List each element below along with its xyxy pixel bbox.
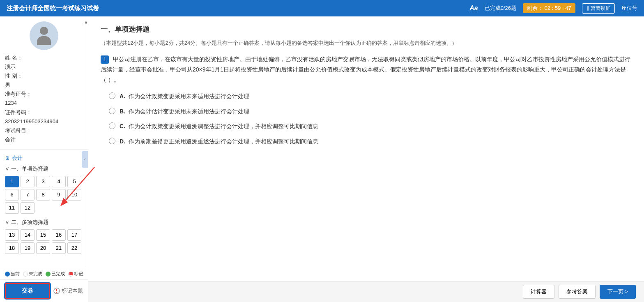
question-btn-16[interactable]: 16 <box>52 229 66 241</box>
section1-grid: 1 2 3 4 5 6 7 8 9 10 11 12 <box>0 174 88 217</box>
option-a-text: A. 作为会计政策变更采用未来适用法进行会计处理 <box>120 92 249 101</box>
question-btn-19[interactable]: 19 <box>21 242 34 254</box>
sidebar-collapse-handle[interactable]: ‹ <box>82 151 88 168</box>
section2-grid: 13 14 15 16 17 18 19 20 21 22 <box>0 228 88 257</box>
page-title: 注册会计师全国统一考试练习试卷 <box>7 5 99 12</box>
option-c-radio[interactable] <box>109 122 115 129</box>
avatar-head <box>40 27 48 35</box>
reference-button[interactable]: 参考答案 <box>559 285 596 299</box>
legend-incomplete: 未完成 <box>23 271 42 277</box>
sidebar-bottom: 交卷 标记本题 <box>0 279 88 302</box>
question-text: 1 甲公司注册在乙市，在该市有大量的投资性房地产。由于地处偏僻，乙市没有活跃的房… <box>101 54 632 85</box>
section1-title[interactable]: ∨ 一、单项选择题 <box>0 164 88 174</box>
question-btn-6[interactable]: 6 <box>5 189 19 201</box>
question-btn-9[interactable]: 9 <box>52 189 66 201</box>
option-a[interactable]: A. 作为会计政策变更采用未来适用法进行会计处理 <box>109 92 632 101</box>
option-d-radio[interactable] <box>109 138 115 144</box>
option-c[interactable]: C. 作为会计政策变更采用追溯调整法进行会计处理，并相应调整可比期间信息 <box>109 122 632 131</box>
next-button[interactable]: 下一页 > <box>600 285 636 299</box>
avatar-body <box>37 36 51 45</box>
section-desc: （本题型共12小题，每小题2分，共24分。每小题只有一个正确答案，请从每小题的备… <box>101 39 632 48</box>
question-block: 1 甲公司注册在乙市，在该市有大量的投资性房地产。由于地处偏僻，乙市没有活跃的房… <box>101 54 632 146</box>
calculator-button[interactable]: 计算器 <box>523 285 554 299</box>
question-btn-3[interactable]: 3 <box>36 176 50 187</box>
options-list: A. 作为会计政策变更采用未来适用法进行会计处理 B. 作为会计估计变更采用未来… <box>109 92 632 146</box>
question-btn-12[interactable]: 12 <box>21 202 34 214</box>
question-btn-22[interactable]: 22 <box>67 242 81 254</box>
avatar-figure <box>37 27 51 45</box>
progress-text: 已完成0/26题 <box>485 5 516 12</box>
option-c-text: C. 作为会计政策变更采用追溯调整法进行会计处理，并相应调整可比期间信息 <box>120 122 318 131</box>
question-btn-8[interactable]: 8 <box>36 189 50 201</box>
question-btn-17[interactable]: 17 <box>67 229 81 241</box>
option-b[interactable]: B. 作为会计估计变更采用未来适用法进行会计处理 <box>109 107 632 116</box>
marked-corner <box>69 272 73 275</box>
legend-complete: 已完成 <box>46 271 65 277</box>
question-btn-15[interactable]: 15 <box>36 229 50 241</box>
bottom-action-bar: 计算器 参考答案 下一页 > <box>88 281 644 302</box>
main-layout: ∧ 姓 名：演示 性 别：男 准考证号：1234 证件号码：3203211995… <box>0 16 644 302</box>
question-btn-10[interactable]: 10 <box>67 189 81 201</box>
question-btn-20[interactable]: 20 <box>36 242 50 254</box>
question-btn-7[interactable]: 7 <box>21 189 34 201</box>
legend-current: 当前 <box>5 271 20 277</box>
question-btn-18[interactable]: 18 <box>5 242 19 254</box>
question-btn-21[interactable]: 21 <box>52 242 66 254</box>
section2-title[interactable]: ∨ 二、多项选择题 <box>0 217 88 228</box>
question-body: 甲公司注册在乙市，在该市有大量的投资性房地产。由于地处偏僻，乙市没有活跃的房地产… <box>101 56 630 83</box>
profile-info: 姓 名：演示 性 别：男 准考证号：1234 证件号码：320321199503… <box>5 53 83 144</box>
option-b-text: B. 作为会计估计变更采用未来适用法进行会计处理 <box>120 107 249 116</box>
option-a-radio[interactable] <box>109 92 115 99</box>
question-btn-11[interactable]: 11 <box>5 202 19 214</box>
profile-section: ∧ 姓 名：演示 性 别：男 准考证号：1234 证件号码：3203211995… <box>0 16 88 150</box>
mark-icon <box>53 288 60 294</box>
question-btn-5[interactable]: 5 <box>67 176 81 187</box>
annotation-arrow <box>88 163 107 214</box>
question-btn-4[interactable]: 4 <box>52 176 66 187</box>
seat-label: 座位号 <box>621 5 637 12</box>
legend-dot-current <box>5 272 10 277</box>
legend-marked: 标记 <box>68 271 83 277</box>
question-btn-1[interactable]: 1 <box>5 176 19 187</box>
header: 注册会计师全国统一考试练习试卷 Aa 已完成0/26题 剩余： 02 : 59 … <box>0 0 644 16</box>
gender-row: 性 别：男 <box>5 71 83 90</box>
exam-id-row: 准考证号：1234 <box>5 90 83 108</box>
section-title: 一、单项选择题 <box>101 25 632 34</box>
content-area: 一、单项选择题 （本题型共12小题，每小题2分，共24分。每小题只有一个正确答案… <box>88 16 644 302</box>
subject-nav: 🗎 会计 <box>0 153 88 164</box>
cert-row: 证件号码：320321199503234904 <box>5 108 83 126</box>
collapse-button[interactable]: ∧ <box>84 20 88 25</box>
timer-value: 02 : 59 : 47 <box>545 5 571 11</box>
question-btn-14[interactable]: 14 <box>21 229 34 241</box>
header-controls: Aa 已完成0/26题 剩余： 02 : 59 : 47 ‖ 暂离锁屏 座位号 <box>469 3 637 14</box>
option-b-radio[interactable] <box>109 108 115 114</box>
svg-line-4 <box>88 167 94 200</box>
avatar <box>30 21 58 50</box>
doc-icon: 🗎 <box>5 155 10 161</box>
name-row: 姓 名：演示 <box>5 53 83 71</box>
legend-dot-marked <box>68 272 73 277</box>
mark-button[interactable]: 标记本题 <box>53 283 83 299</box>
question-btn-2[interactable]: 2 <box>21 176 34 187</box>
svg-point-2 <box>56 292 57 293</box>
legend-dot-complete <box>46 272 51 277</box>
question-navigator: 🗎 会计 ∨ 一、单项选择题 1 2 3 4 5 6 7 8 9 10 11 1… <box>0 150 88 268</box>
pause-button[interactable]: ‖ 暂离锁屏 <box>582 3 615 14</box>
timer-label: 剩余： <box>527 5 543 11</box>
submit-button[interactable]: 交卷 <box>5 283 50 299</box>
question-number: 1 <box>101 55 109 64</box>
question-btn-13[interactable]: 13 <box>5 229 19 241</box>
option-d[interactable]: D. 作为前期差错更正采用追溯重述法进行会计处理，并相应调整可比期间信息 <box>109 137 632 146</box>
legend: 当前 未完成 已完成 标记 <box>0 268 88 279</box>
legend-dot-incomplete <box>23 272 28 277</box>
timer-display: 剩余： 02 : 59 : 47 <box>523 3 575 13</box>
font-size-icon[interactable]: Aa <box>469 5 478 12</box>
subject-row: 考试科目：会计 <box>5 126 83 144</box>
option-d-text: D. 作为前期差错更正采用追溯重述法进行会计处理，并相应调整可比期间信息 <box>120 137 318 146</box>
sidebar: ∧ 姓 名：演示 性 别：男 准考证号：1234 证件号码：3203211995… <box>0 16 88 302</box>
